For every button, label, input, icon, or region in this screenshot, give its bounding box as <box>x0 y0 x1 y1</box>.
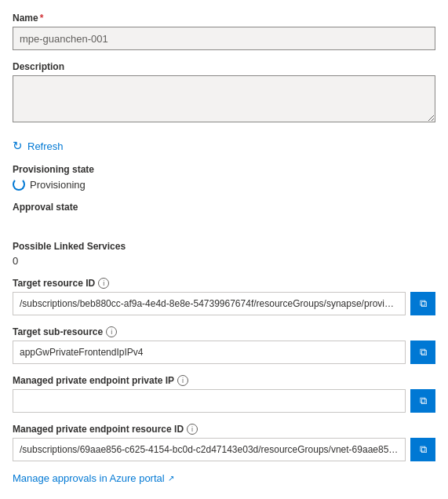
managed-private-ep-ip-info-icon[interactable]: i <box>177 375 188 386</box>
managed-private-ep-id-input[interactable] <box>13 438 406 461</box>
refresh-button[interactable]: ↻ Refresh <box>13 136 64 156</box>
name-section: Name* <box>13 13 435 50</box>
managed-private-ep-ip-value-row: ⧉ <box>13 389 435 413</box>
provisioning-spinner-icon <box>13 178 25 191</box>
target-resource-id-label-row: Target resource ID i <box>13 278 435 289</box>
target-sub-resource-label-row: Target sub-resource i <box>13 326 435 337</box>
name-input[interactable] <box>13 27 435 50</box>
target-sub-resource-copy-button[interactable]: ⧉ <box>410 341 435 364</box>
name-label: Name* <box>13 13 435 24</box>
refresh-icon: ↻ <box>13 139 23 153</box>
managed-private-ep-ip-section: Managed private endpoint private IP i ⧉ <box>13 375 435 413</box>
linked-services-value: 0 <box>13 255 435 267</box>
target-resource-id-label: Target resource ID <box>13 278 95 289</box>
managed-private-ep-ip-input <box>13 389 406 413</box>
copy-icon-4: ⧉ <box>420 443 427 456</box>
managed-private-ep-ip-label-row: Managed private endpoint private IP i <box>13 375 435 386</box>
external-link-icon: ↗ <box>168 474 174 483</box>
managed-private-ep-ip-label: Managed private endpoint private IP <box>13 375 174 386</box>
managed-private-ep-id-label-row: Managed private endpoint resource ID i <box>13 424 435 435</box>
copy-icon-2: ⧉ <box>420 346 427 359</box>
managed-private-ep-id-section: Managed private endpoint resource ID i ⧉ <box>13 424 435 461</box>
manage-approvals-link[interactable]: Manage approvals in Azure portal ↗ <box>13 472 174 484</box>
manage-approvals-section: Manage approvals in Azure portal ↗ <box>13 472 435 484</box>
linked-services-label: Possible Linked Services <box>13 241 435 252</box>
linked-services-section: Possible Linked Services 0 <box>13 241 435 267</box>
required-indicator: * <box>40 13 44 24</box>
provisioning-state-label: Provisioning state <box>13 164 435 175</box>
managed-private-ep-id-label: Managed private endpoint resource ID <box>13 424 184 435</box>
target-sub-resource-value-row: ⧉ <box>13 341 435 364</box>
provisioning-state-section: Provisioning state Provisioning <box>13 164 435 191</box>
managed-private-ep-id-copy-button[interactable]: ⧉ <box>410 438 435 461</box>
target-sub-resource-info-icon[interactable]: i <box>106 326 117 337</box>
managed-private-ep-ip-copy-button[interactable]: ⧉ <box>410 389 435 413</box>
description-section: Description <box>13 61 435 125</box>
copy-icon: ⧉ <box>420 297 427 310</box>
target-resource-id-info-icon[interactable]: i <box>98 278 109 289</box>
approval-state-label: Approval state <box>13 202 435 213</box>
target-sub-resource-section: Target sub-resource i ⧉ <box>13 326 435 364</box>
target-resource-id-section: Target resource ID i ⧉ <box>13 278 435 315</box>
provisioning-state-row: Provisioning <box>13 178 435 191</box>
target-resource-id-input[interactable] <box>13 292 406 315</box>
target-resource-id-value-row: ⧉ <box>13 292 435 315</box>
target-sub-resource-label: Target sub-resource <box>13 326 103 337</box>
description-input[interactable] <box>13 75 435 122</box>
managed-private-ep-id-info-icon[interactable]: i <box>187 424 198 435</box>
provisioning-state-value: Provisioning <box>30 179 86 191</box>
description-label: Description <box>13 61 435 72</box>
approval-state-section: Approval state <box>13 202 435 230</box>
approval-state-value <box>13 216 435 230</box>
target-resource-id-copy-button[interactable]: ⧉ <box>410 292 435 315</box>
managed-private-ep-id-value-row: ⧉ <box>13 438 435 461</box>
target-sub-resource-input[interactable] <box>13 341 406 364</box>
copy-icon-3: ⧉ <box>420 395 427 407</box>
